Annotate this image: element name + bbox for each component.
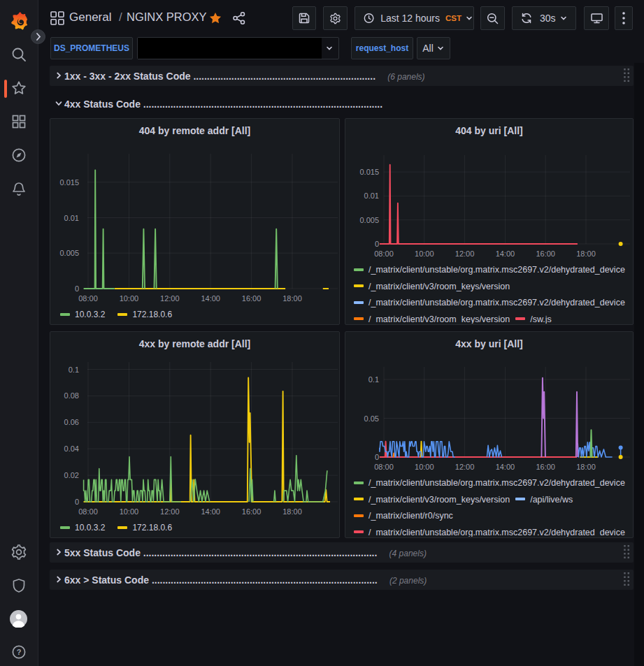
svg-text:08:00: 08:00 bbox=[78, 507, 98, 516]
svg-text:10:00: 10:00 bbox=[120, 294, 139, 303]
svg-text:0.06: 0.06 bbox=[64, 418, 79, 426]
svg-text:16:00: 16:00 bbox=[536, 463, 555, 471]
svg-text:0.04: 0.04 bbox=[64, 444, 79, 453]
svg-text:18:00: 18:00 bbox=[576, 249, 596, 258]
svg-text:0: 0 bbox=[375, 240, 379, 248]
svg-text:16:00: 16:00 bbox=[536, 249, 555, 258]
svg-text:18:00: 18:00 bbox=[282, 507, 302, 516]
svg-text:08:00: 08:00 bbox=[374, 249, 394, 258]
svg-text:0.015: 0.015 bbox=[359, 168, 379, 176]
svg-text:0.015: 0.015 bbox=[59, 178, 79, 187]
svg-text:0.08: 0.08 bbox=[64, 391, 79, 400]
svg-text:10:00: 10:00 bbox=[415, 249, 434, 258]
svg-text:18:00: 18:00 bbox=[282, 294, 302, 303]
svg-text:12:00: 12:00 bbox=[160, 294, 180, 303]
svg-text:10:00: 10:00 bbox=[120, 507, 139, 516]
svg-text:0: 0 bbox=[375, 453, 379, 461]
svg-text:0.1: 0.1 bbox=[69, 365, 79, 374]
svg-text:08:00: 08:00 bbox=[374, 463, 394, 471]
svg-text:0: 0 bbox=[75, 284, 79, 293]
svg-text:0.01: 0.01 bbox=[64, 214, 79, 222]
svg-text:14:00: 14:00 bbox=[496, 249, 515, 258]
svg-text:08:00: 08:00 bbox=[78, 294, 98, 303]
svg-text:12:00: 12:00 bbox=[455, 463, 475, 471]
svg-text:0.02: 0.02 bbox=[64, 471, 79, 479]
svg-text:12:00: 12:00 bbox=[455, 249, 475, 258]
svg-text:0.05: 0.05 bbox=[364, 414, 379, 423]
svg-text:0.1: 0.1 bbox=[368, 375, 379, 384]
svg-text:0.005: 0.005 bbox=[59, 249, 79, 257]
svg-text:0.01: 0.01 bbox=[364, 191, 379, 200]
svg-text:0.005: 0.005 bbox=[359, 216, 379, 224]
svg-text:16:00: 16:00 bbox=[242, 507, 262, 516]
svg-text:18:00: 18:00 bbox=[576, 463, 596, 471]
svg-text:14:00: 14:00 bbox=[201, 294, 220, 303]
svg-text:14:00: 14:00 bbox=[496, 463, 515, 471]
svg-text:16:00: 16:00 bbox=[242, 294, 262, 303]
svg-text:?: ? bbox=[17, 648, 22, 656]
svg-text:10:00: 10:00 bbox=[415, 463, 434, 471]
svg-text:14:00: 14:00 bbox=[201, 507, 220, 516]
svg-text:0: 0 bbox=[75, 498, 79, 506]
svg-text:12:00: 12:00 bbox=[160, 507, 180, 516]
